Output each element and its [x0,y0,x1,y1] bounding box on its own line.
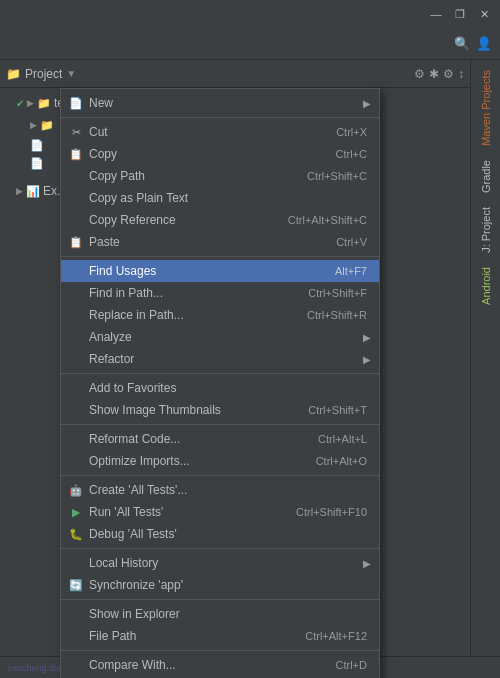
tree-arrow-2: ▶ [30,120,37,130]
local-history-arrow: ▶ [363,558,371,569]
cut-shortcut: Ctrl+X [336,126,371,138]
menu-label-show-explorer: Show in Explorer [89,607,180,621]
menu-item-compare-with[interactable]: Compare With... Ctrl+D [61,654,379,676]
tab-maven[interactable]: Maven Projects [476,64,496,152]
create-tests-icon: 🤖 [65,484,87,497]
right-tabs: Maven Projects Gradle J: Project Android [470,60,500,678]
user-icon[interactable]: 👤 [476,36,492,51]
menu-label-cut: Cut [89,125,108,139]
menu-label-debug-tests: Debug 'All Tests' [89,527,177,541]
separator-6 [61,548,379,549]
menu-label-copy-plain: Copy as Plain Text [89,191,188,205]
menu-item-find-path[interactable]: Find in Path... Ctrl+Shift+F [61,282,379,304]
separator-5 [61,475,379,476]
menu-item-reformat[interactable]: Reformat Code... Ctrl+Alt+L [61,428,379,450]
separator-1 [61,117,379,118]
menu-label-add-favorites: Add to Favorites [89,381,176,395]
run-tests-shortcut: Ctrl+Shift+F10 [296,506,371,518]
menu-item-show-explorer[interactable]: Show in Explorer [61,603,379,625]
paste-icon: 📋 [65,236,87,249]
new-arrow: ▶ [363,98,371,109]
menu-item-copy-plain[interactable]: Copy as Plain Text [61,187,379,209]
copy-path-shortcut: Ctrl+Shift+C [307,170,371,182]
tree-arrow-ex: ▶ [16,186,23,196]
menu-item-cut[interactable]: ✂ Cut Ctrl+X [61,121,379,143]
menu-label-reformat: Reformat Code... [89,432,180,446]
project-icon: 📁 [6,67,21,81]
compare-shortcut: Ctrl+D [336,659,371,671]
copy-ref-shortcut: Ctrl+Alt+Shift+C [288,214,371,226]
replace-path-shortcut: Ctrl+Shift+R [307,309,371,321]
menu-label-compare: Compare With... [89,658,176,672]
menu-label-copy-path: Copy Path [89,169,145,183]
search-icon[interactable]: 🔍 [454,36,470,51]
menu-item-show-thumbnails[interactable]: Show Image Thumbnails Ctrl+Shift+T [61,399,379,421]
menu-item-paste[interactable]: 📋 Paste Ctrl+V [61,231,379,253]
sync-icon: 🔄 [65,579,87,592]
menu-label-copy-ref: Copy Reference [89,213,176,227]
minimize-button[interactable]: — [428,6,444,22]
menu-item-copy-ref[interactable]: Copy Reference Ctrl+Alt+Shift+C [61,209,379,231]
menu-item-optimize[interactable]: Optimize Imports... Ctrl+Alt+O [61,450,379,472]
find-usages-shortcut: Alt+F7 [335,265,371,277]
left-panel: 📁 Project ▼ ⚙ ✱ ⚙ ↕ ✔ ▶ 📁 te... ▶ 📁 [0,60,470,678]
menu-label-paste: Paste [89,235,120,249]
file-icon-3: 📄 [30,139,44,152]
menu-item-analyze[interactable]: Analyze ▶ [61,326,379,348]
chart-icon: 📊 [26,185,40,198]
menu-item-replace-path[interactable]: Replace in Path... Ctrl+Shift+R [61,304,379,326]
gear-icon[interactable]: ⚙ [443,67,454,81]
thumbnails-shortcut: Ctrl+Shift+T [308,404,371,416]
header-icons: ⚙ ✱ ⚙ ↕ [414,67,464,81]
new-icon: 📄 [65,97,87,110]
tab-j-project[interactable]: J: Project [476,201,496,259]
tree-arrow: ▶ [27,98,34,108]
project-label[interactable]: Project [25,67,62,81]
folder-icon-2: 📁 [40,119,54,132]
check-icon: ✔ [16,98,24,109]
toolbar: 🔍 👤 [0,28,500,60]
separator-8 [61,650,379,651]
menu-item-run-tests[interactable]: ▶ Run 'All Tests' Ctrl+Shift+F10 [61,501,379,523]
project-dropdown-icon[interactable]: ▼ [66,68,76,79]
maximize-button[interactable]: ❐ [452,6,468,22]
tab-android[interactable]: Android [476,261,496,311]
settings-icon[interactable]: ⚙ [414,67,425,81]
menu-label-file-path: File Path [89,629,136,643]
menu-item-synchronize[interactable]: 🔄 Synchronize 'app' [61,574,379,596]
menu-label-copy: Copy [89,147,117,161]
star-icon[interactable]: ✱ [429,67,439,81]
file-icon-4: 📄 [30,157,44,170]
sort-icon[interactable]: ↕ [458,67,464,81]
context-menu: 📄 New ▶ ✂ Cut Ctrl+X 📋 Copy Ctrl+C Copy … [60,88,380,678]
copy-shortcut: Ctrl+C [336,148,371,160]
main-area: 📁 Project ▼ ⚙ ✱ ⚙ ↕ ✔ ▶ 📁 te... ▶ 📁 [0,60,500,678]
menu-item-local-history[interactable]: Local History ▶ [61,552,379,574]
menu-item-copy-path[interactable]: Copy Path Ctrl+Shift+C [61,165,379,187]
menu-item-new[interactable]: 📄 New ▶ [61,92,379,114]
paste-shortcut: Ctrl+V [336,236,371,248]
title-bar: — ❐ ✕ [0,0,500,28]
separator-7 [61,599,379,600]
menu-item-find-usages[interactable]: Find Usages Alt+F7 [61,260,379,282]
menu-label-refactor: Refactor [89,352,134,366]
tab-gradle[interactable]: Gradle [476,154,496,199]
file-path-shortcut: Ctrl+Alt+F12 [305,630,371,642]
menu-label-synchronize: Synchronize 'app' [89,578,183,592]
close-button[interactable]: ✕ [476,6,492,22]
menu-label-show-thumbnails: Show Image Thumbnails [89,403,221,417]
debug-tests-icon: 🐛 [65,528,87,541]
menu-item-file-path[interactable]: File Path Ctrl+Alt+F12 [61,625,379,647]
menu-label-create-tests: Create 'All Tests'... [89,483,187,497]
reformat-shortcut: Ctrl+Alt+L [318,433,371,445]
menu-item-refactor[interactable]: Refactor ▶ [61,348,379,370]
separator-3 [61,373,379,374]
menu-item-add-favorites[interactable]: Add to Favorites [61,377,379,399]
menu-item-create-tests[interactable]: 🤖 Create 'All Tests'... [61,479,379,501]
menu-label-new: New [89,96,113,110]
menu-item-copy[interactable]: 📋 Copy Ctrl+C [61,143,379,165]
menu-label-local-history: Local History [89,556,158,570]
project-header: 📁 Project ▼ ⚙ ✱ ⚙ ↕ [0,60,470,88]
run-tests-icon: ▶ [65,506,87,519]
menu-item-debug-tests[interactable]: 🐛 Debug 'All Tests' [61,523,379,545]
